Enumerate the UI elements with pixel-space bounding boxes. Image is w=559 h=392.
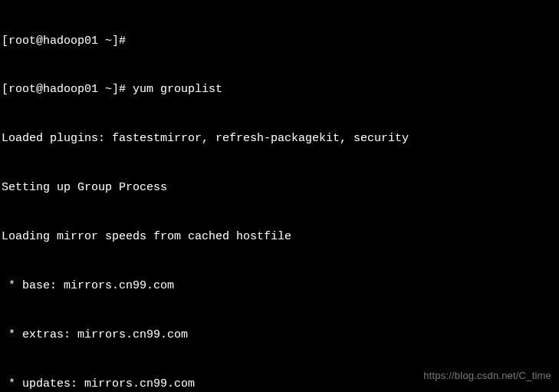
prompt-line-2: [root@hadoop01 ~]# yum grouplist [2,81,557,97]
terminal-window[interactable]: [root@hadoop01 ~]# [root@hadoop01 ~]# yu… [0,0,559,392]
prompt-text: [root@hadoop01 ~]# [2,83,126,96]
output-loading-mirror: Loading mirror speeds from cached hostfi… [2,229,557,245]
output-mirror-updates: * updates: mirrors.cn99.com [2,376,557,392]
prompt-line-1: [root@hadoop01 ~]# [2,33,557,49]
output-loaded-plugins: Loaded plugins: fastestmirror, refresh-p… [2,130,557,147]
output-mirror-extras: * extras: mirrors.cn99.com [2,327,557,343]
prompt-text: [root@hadoop01 ~]# [2,35,126,48]
command-input: yum grouplist [133,83,222,96]
output-mirror-base: * base: mirrors.cn99.com [2,278,557,294]
output-setting-up: Setting up Group Process [2,180,557,196]
